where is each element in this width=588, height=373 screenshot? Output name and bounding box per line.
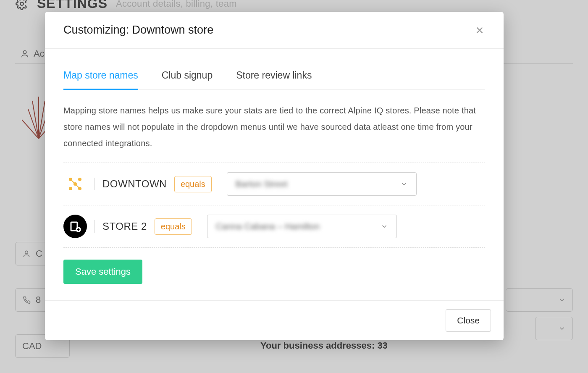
integration-icon bbox=[63, 215, 87, 238]
store-name: STORE 2 bbox=[102, 221, 147, 232]
tab-store-review-links[interactable]: Store review links bbox=[236, 64, 312, 89]
integration-icon bbox=[63, 172, 87, 196]
chevron-down-icon bbox=[400, 180, 408, 188]
modal-header: Customizing: Downtown store bbox=[45, 12, 504, 49]
store-name: DOWNTOWN bbox=[102, 178, 167, 190]
close-button[interactable]: Close bbox=[446, 309, 491, 332]
divider bbox=[94, 220, 95, 233]
svg-line-20 bbox=[75, 184, 80, 189]
store-mapping-dropdown[interactable]: Canna Cabana – Hamilton bbox=[207, 215, 397, 238]
svg-point-15 bbox=[78, 178, 81, 181]
modal-tabs: Map store names Club signup Store review… bbox=[63, 64, 485, 90]
store-mapping-row: STORE 2 equals Canna Cabana – Hamilton bbox=[63, 205, 485, 248]
equals-pill: equals bbox=[155, 218, 192, 235]
store-mapping-list: DOWNTOWN equals Barton Street bbox=[63, 163, 485, 248]
chevron-down-icon bbox=[381, 223, 388, 230]
divider bbox=[94, 178, 95, 190]
tab-map-store-names[interactable]: Map store names bbox=[63, 64, 138, 90]
dropdown-value: Barton Street bbox=[236, 179, 288, 189]
save-settings-button[interactable]: Save settings bbox=[63, 260, 142, 284]
modal-title: Customizing: Downtown store bbox=[63, 24, 213, 37]
store-mapping-row: DOWNTOWN equals Barton Street bbox=[63, 163, 485, 205]
equals-pill: equals bbox=[174, 176, 212, 192]
modal-footer: Close bbox=[45, 300, 504, 340]
tab-club-signup[interactable]: Club signup bbox=[162, 64, 213, 89]
close-icon[interactable] bbox=[474, 25, 485, 36]
help-text: Mapping store names helps us make sure y… bbox=[63, 102, 485, 152]
modal-body: Map store names Club signup Store review… bbox=[45, 49, 504, 300]
dropdown-value: Canna Cabana – Hamilton bbox=[216, 221, 320, 231]
svg-line-19 bbox=[71, 179, 75, 184]
svg-point-16 bbox=[69, 187, 72, 190]
store-mapping-dropdown[interactable]: Barton Street bbox=[227, 172, 417, 196]
customize-store-modal: Customizing: Downtown store Map store na… bbox=[45, 12, 504, 340]
